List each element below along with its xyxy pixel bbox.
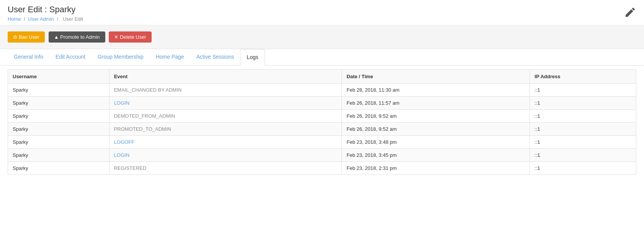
promote-label: Promote to Admin <box>60 34 100 40</box>
logs-table: Username Event Date / Time IP Address Sp… <box>8 69 636 175</box>
table-row: SparkyEMAIL_CHANGED BY ADMINFeb 28, 2018… <box>8 84 636 97</box>
cell-username: Sparky <box>8 84 110 97</box>
table-row: SparkyLOGINFeb 23, 2018, 3:45 pm::1 <box>8 149 636 162</box>
delete-user-button[interactable]: ✕ Delete User <box>109 31 151 43</box>
edit-icon <box>624 6 636 18</box>
tab-active-sessions[interactable]: Active Sessions <box>190 49 240 65</box>
table-row: SparkyDEMOTED_FROM_ADMINFeb 26, 2018, 9:… <box>8 110 636 123</box>
delete-icon: ✕ <box>114 34 118 40</box>
header: User Edit : Sparky Home / User Admin / U… <box>0 0 644 25</box>
cell-event: REGISTERED <box>109 162 342 175</box>
breadcrumb-home[interactable]: Home <box>8 16 21 22</box>
cell-event: PROMOTED_TO_ADMIN <box>109 123 342 136</box>
tab-logs[interactable]: Logs <box>240 49 265 66</box>
breadcrumb-user-admin[interactable]: User Admin <box>28 16 54 22</box>
cell-username: Sparky <box>8 97 110 110</box>
delete-label: Delete User <box>120 34 146 40</box>
cell-ip: ::1 <box>530 149 636 162</box>
edit-icon-container[interactable] <box>624 6 636 20</box>
page-title: User Edit : Sparky <box>8 5 636 15</box>
cell-ip: ::1 <box>530 136 636 149</box>
cell-datetime: Feb 28, 2018, 11:30 am <box>342 84 530 97</box>
ban-label: Ban User <box>19 34 39 40</box>
tabs-list: General Info Edit Account Group Membersh… <box>8 49 636 65</box>
tabs-container: General Info Edit Account Group Membersh… <box>0 49 644 66</box>
cell-ip: ::1 <box>530 97 636 110</box>
tab-home-page[interactable]: Home Page <box>150 49 190 65</box>
promote-to-admin-button[interactable]: ▲ Promote to Admin <box>49 31 105 43</box>
cell-username: Sparky <box>8 123 110 136</box>
cell-datetime: Feb 23, 2018, 2:31 pm <box>342 162 530 175</box>
table-row: SparkyPROMOTED_TO_ADMINFeb 26, 2018, 9:5… <box>8 123 636 136</box>
cell-username: Sparky <box>8 110 110 123</box>
promote-icon: ▲ <box>54 34 59 40</box>
breadcrumb-sep-1: / <box>24 16 25 22</box>
cell-event: LOGIN <box>109 97 342 110</box>
tab-edit-account[interactable]: Edit Account <box>49 49 92 65</box>
col-event: Event <box>109 70 342 84</box>
cell-username: Sparky <box>8 136 110 149</box>
cell-ip: ::1 <box>530 162 636 175</box>
cell-event: LOGIN <box>109 149 342 162</box>
cell-datetime: Feb 23, 2018, 3:48 pm <box>342 136 530 149</box>
cell-ip: ::1 <box>530 84 636 97</box>
tab-group-membership[interactable]: Group Membership <box>92 49 150 65</box>
col-datetime: Date / Time <box>342 70 530 84</box>
table-header-row: Username Event Date / Time IP Address <box>8 70 636 84</box>
cell-event: LOGOFF <box>109 136 342 149</box>
col-username: Username <box>8 70 110 84</box>
logs-content: Username Event Date / Time IP Address Sp… <box>0 69 644 183</box>
tab-general-info[interactable]: General Info <box>8 49 49 65</box>
cell-event: DEMOTED_FROM_ADMIN <box>109 110 342 123</box>
cell-datetime: Feb 26, 2018, 9:52 am <box>342 110 530 123</box>
breadcrumb: Home / User Admin / User Edit <box>8 16 636 22</box>
cell-datetime: Feb 26, 2018, 11:57 am <box>342 97 530 110</box>
ban-user-button[interactable]: ⊘ Ban User <box>8 31 45 43</box>
toolbar: ⊘ Ban User ▲ Promote to Admin ✕ Delete U… <box>0 25 644 49</box>
cell-datetime: Feb 23, 2018, 3:45 pm <box>342 149 530 162</box>
col-ip: IP Address <box>530 70 636 84</box>
cell-username: Sparky <box>8 162 110 175</box>
cell-event: EMAIL_CHANGED BY ADMIN <box>109 84 342 97</box>
breadcrumb-current: User Edit <box>63 16 83 22</box>
cell-ip: ::1 <box>530 110 636 123</box>
table-row: SparkyLOGINFeb 26, 2018, 11:57 am::1 <box>8 97 636 110</box>
breadcrumb-sep-2: / <box>57 16 58 22</box>
ban-icon: ⊘ <box>13 34 17 40</box>
table-row: SparkyREGISTEREDFeb 23, 2018, 2:31 pm::1 <box>8 162 636 175</box>
cell-username: Sparky <box>8 149 110 162</box>
table-row: SparkyLOGOFFFeb 23, 2018, 3:48 pm::1 <box>8 136 636 149</box>
cell-datetime: Feb 26, 2018, 9:52 am <box>342 123 530 136</box>
cell-ip: ::1 <box>530 123 636 136</box>
